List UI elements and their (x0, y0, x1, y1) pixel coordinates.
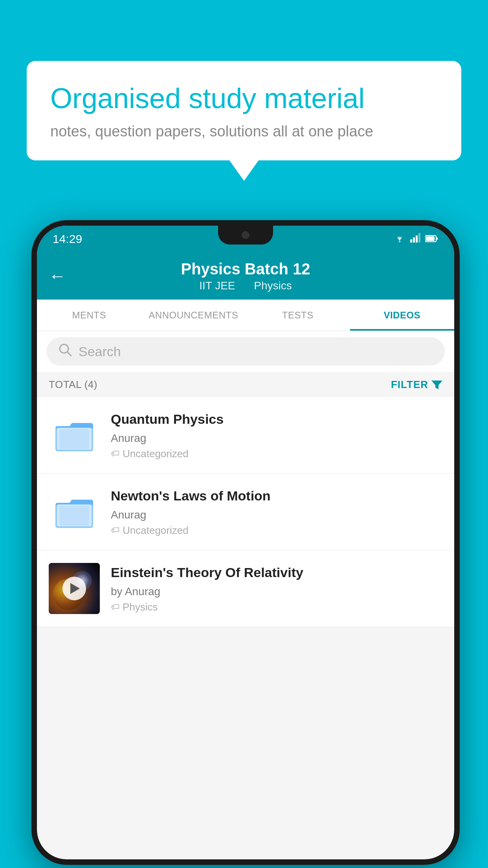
video-tag-3: 🏷 Physics (111, 601, 442, 613)
tabs-container: MENTS ANNOUNCEMENTS TESTS VIDEOS (37, 300, 454, 331)
svg-rect-2 (413, 237, 415, 243)
video-info-2: Newton's Laws of Motion Anurag 🏷 Uncateg… (111, 487, 442, 536)
search-icon (58, 343, 72, 360)
video-thumbnail-3 (49, 563, 100, 614)
bubble-subtitle: notes, question papers, solutions all at… (50, 123, 438, 140)
tab-announcements[interactable]: ANNOUNCEMENTS (141, 300, 246, 331)
tab-ments[interactable]: MENTS (37, 300, 141, 331)
filter-icon (431, 379, 442, 390)
video-tag-2: 🏷 Uncategorized (111, 524, 442, 537)
video-tag-1: 🏷 Uncategorized (111, 448, 442, 460)
signal-icon (410, 233, 420, 245)
list-item[interactable]: Quantum Physics Anurag 🏷 Uncategorized (37, 397, 454, 474)
header-tag2: Physics (254, 280, 292, 292)
tab-videos[interactable]: VIDEOS (350, 300, 455, 331)
video-title-1: Quantum Physics (111, 410, 442, 428)
video-thumbnail-1 (49, 410, 100, 461)
filter-bar: TOTAL (4) FILTER (37, 372, 454, 397)
status-bar: 14:29 (37, 226, 454, 252)
total-count: TOTAL (4) (49, 379, 97, 391)
camera-dot (242, 231, 250, 239)
search-input-placeholder: Search (79, 344, 121, 359)
folder-icon-1 (55, 417, 94, 453)
tag-icon-1: 🏷 (111, 449, 119, 459)
phone-inner: 14:29 (37, 226, 454, 859)
video-author-3: by Anurag (111, 585, 442, 598)
play-button-3[interactable] (62, 577, 86, 600)
back-button[interactable]: ← (49, 266, 66, 286)
tab-tests[interactable]: TESTS (246, 300, 350, 331)
header-subtitle: IIT JEE Physics (195, 280, 296, 292)
speech-bubble: Organised study material notes, question… (27, 61, 461, 160)
speech-bubble-wrapper: Organised study material notes, question… (27, 61, 461, 160)
svg-rect-16 (59, 506, 89, 526)
video-tag-label-3: Physics (123, 601, 158, 613)
svg-rect-13 (59, 429, 89, 449)
svg-rect-4 (418, 233, 420, 243)
video-thumbnail-2 (49, 486, 100, 537)
video-author-1: Anurag (111, 432, 442, 445)
svg-rect-7 (426, 236, 435, 241)
list-item[interactable]: Einstein's Theory Of Relativity by Anura… (37, 550, 454, 627)
svg-line-9 (67, 352, 71, 356)
video-author-2: Anurag (111, 509, 442, 521)
svg-marker-10 (431, 381, 442, 389)
header-tag1: IIT JEE (199, 280, 235, 292)
bubble-title: Organised study material (50, 81, 438, 115)
video-title-3: Einstein's Theory Of Relativity (111, 564, 442, 581)
search-bar[interactable]: Search (46, 337, 445, 366)
play-triangle-icon (70, 583, 80, 594)
app-header: ← Physics Batch 12 IIT JEE Physics (37, 252, 454, 300)
svg-point-0 (399, 241, 400, 242)
status-icons (394, 233, 438, 245)
notch (218, 226, 273, 245)
phone-frame: 14:29 (31, 220, 460, 865)
filter-button[interactable]: FILTER (391, 379, 442, 391)
svg-rect-1 (410, 239, 412, 243)
video-info-1: Quantum Physics Anurag 🏷 Uncategorized (111, 410, 442, 460)
list-item[interactable]: Newton's Laws of Motion Anurag 🏷 Uncateg… (37, 474, 454, 550)
svg-rect-6 (436, 237, 438, 240)
video-tag-label-1: Uncategorized (123, 448, 189, 460)
video-tag-label-2: Uncategorized (123, 524, 189, 537)
video-list: Quantum Physics Anurag 🏷 Uncategorized (37, 397, 454, 627)
status-time: 14:29 (53, 232, 82, 246)
video-info-3: Einstein's Theory Of Relativity by Anura… (111, 564, 442, 613)
header-title: Physics Batch 12 (181, 260, 310, 278)
video-title-2: Newton's Laws of Motion (111, 487, 442, 504)
battery-icon (425, 233, 438, 245)
filter-label: FILTER (391, 379, 428, 391)
search-bar-wrapper: Search (37, 331, 454, 372)
tag-icon-2: 🏷 (111, 525, 119, 535)
folder-icon-2 (55, 494, 94, 530)
tag-icon-3: 🏷 (111, 602, 119, 612)
svg-rect-3 (416, 235, 418, 243)
wifi-icon (394, 233, 405, 245)
